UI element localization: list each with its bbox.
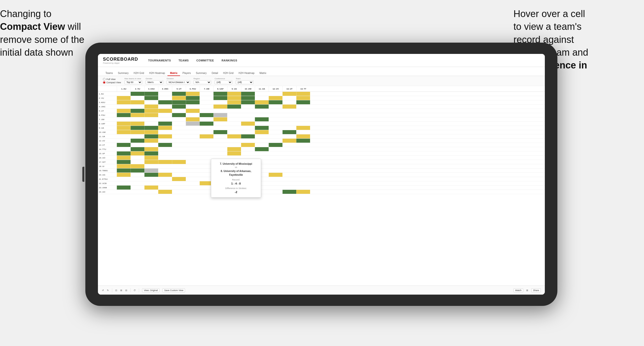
cell-10-9[interactable] [241,134,255,138]
cell-12-6[interactable] [200,143,213,147]
cell-1-6[interactable] [200,96,213,100]
cell-0-12[interactable] [282,92,296,96]
cell-11-10[interactable] [255,139,269,143]
cell-5-4[interactable] [172,113,186,117]
cell-5-3[interactable] [158,113,172,117]
cell-15-5[interactable] [186,156,200,160]
cell-6-10[interactable] [255,117,269,121]
cell-15-4[interactable] [172,156,186,160]
cell-22-2[interactable] [144,186,158,190]
cell-8-9[interactable] [241,126,255,130]
cell-13-8[interactable] [227,147,241,151]
cell-5-6[interactable] [200,113,213,117]
cell-5-12[interactable] [282,113,296,117]
cell-10-2[interactable] [144,134,158,138]
cell-17-4[interactable] [172,164,186,168]
cell-9-7[interactable] [213,130,227,134]
cell-18-2[interactable] [144,168,158,172]
cell-13-13[interactable] [296,147,310,151]
cell-6-11[interactable] [269,117,282,121]
cell-3-3[interactable] [158,105,172,109]
cell-4-8[interactable] [227,109,241,113]
cell-3-13[interactable] [296,105,310,109]
cell-7-7[interactable] [213,122,227,126]
tab-players[interactable]: Players [180,71,193,76]
cell-23-0[interactable] [117,190,131,194]
cell-11-7[interactable] [213,139,227,143]
cell-2-8[interactable] [227,100,241,104]
cell-13-9[interactable] [241,147,255,151]
cell-14-4[interactable] [172,151,186,155]
cell-7-5[interactable] [186,122,200,126]
cell-19-0[interactable] [117,173,131,177]
cell-1-4[interactable] [172,96,186,100]
cell-8-10[interactable] [255,126,269,130]
cell-16-2[interactable] [144,160,158,164]
conference-select[interactable]: (All) [215,80,232,84]
cell-15-2[interactable] [144,156,158,160]
cell-13-2[interactable] [144,147,158,151]
cell-1-10[interactable] [255,96,269,100]
cell-2-1[interactable] [131,100,144,104]
cell-19-3[interactable] [158,173,172,177]
cell-23-3[interactable] [158,190,172,194]
full-view-label[interactable]: Full View [103,78,121,80]
cell-10-13[interactable] [296,134,310,138]
toolbar-icon1[interactable]: ⊞ [526,289,528,292]
cell-1-8[interactable] [227,96,241,100]
cell-18-5[interactable] [186,168,200,172]
cell-2-10[interactable] [255,100,269,104]
cell-0-9[interactable] [241,92,255,96]
cell-6-3[interactable] [158,117,172,121]
cell-7-4[interactable] [172,122,186,126]
cell-3-4[interactable] [172,105,186,109]
cell-13-12[interactable] [282,147,296,151]
cell-11-1[interactable] [131,139,144,143]
refresh-button[interactable]: ⏱ [134,289,136,292]
cell-11-4[interactable] [172,139,186,143]
cell-19-1[interactable] [131,173,144,177]
cell-7-6[interactable] [200,122,213,126]
cell-23-12[interactable] [282,190,296,194]
cell-20-3[interactable] [158,177,172,181]
cell-4-11[interactable] [269,109,282,113]
cell-0-10[interactable] [255,92,269,96]
cell-19-5[interactable] [186,173,200,177]
cell-20-1[interactable] [131,177,144,181]
cell-3-9[interactable] [241,105,255,109]
cell-1-0[interactable] [117,96,131,100]
nav-teams[interactable]: TEAMS [179,58,189,63]
cell-9-13[interactable] [296,130,310,134]
cell-13-5[interactable] [186,147,200,151]
cell-18-11[interactable] [269,168,282,172]
cell-19-12[interactable] [282,173,296,177]
cell-6-6[interactable] [200,117,213,121]
cell-3-2[interactable] [144,105,158,109]
cell-8-1[interactable] [131,126,144,130]
cell-5-5[interactable] [186,113,200,117]
cell-4-6[interactable] [200,109,213,113]
watch-button[interactable]: Watch [513,288,523,292]
cell-21-4[interactable] [172,181,186,185]
cell-22-13[interactable] [296,186,310,190]
cell-23-4[interactable] [172,190,186,194]
cell-14-8[interactable] [227,151,241,155]
cell-17-5[interactable] [186,164,200,168]
cell-14-5[interactable] [186,151,200,155]
cell-17-0[interactable] [117,164,131,168]
cell-7-1[interactable] [131,122,144,126]
cell-12-10[interactable] [255,143,269,147]
cell-21-3[interactable] [158,181,172,185]
cell-2-2[interactable] [144,100,158,104]
cell-14-12[interactable] [282,151,296,155]
cell-7-10[interactable] [255,122,269,126]
cell-3-11[interactable] [269,105,282,109]
cell-18-4[interactable] [172,168,186,172]
cell-20-11[interactable] [269,177,282,181]
cell-18-12[interactable] [282,168,296,172]
cell-23-1[interactable] [131,190,144,194]
cell-2-3[interactable] [158,100,172,104]
nav-rankings[interactable]: RANKINGS [221,58,237,63]
cell-15-0[interactable] [117,156,131,160]
cell-11-13[interactable] [296,139,310,143]
